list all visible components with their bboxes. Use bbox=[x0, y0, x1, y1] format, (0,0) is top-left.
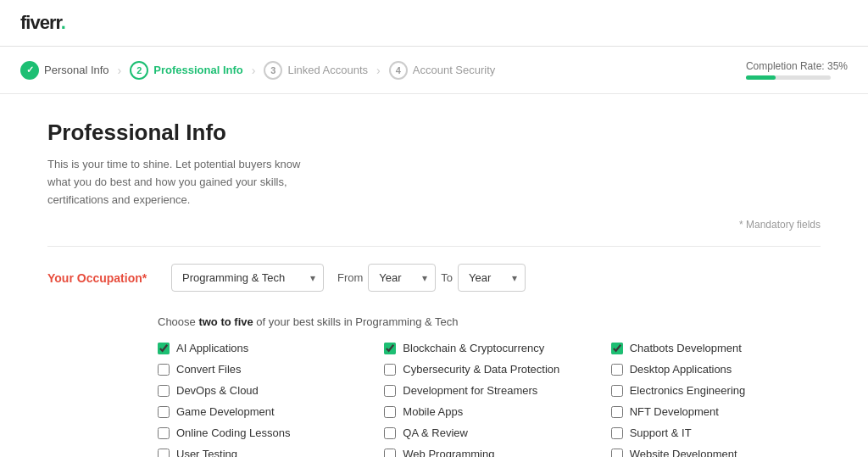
skill-checkbox-website-development[interactable] bbox=[611, 449, 623, 457]
skill-label-ai-applications[interactable]: AI Applications bbox=[176, 342, 248, 354]
to-year-wrap: Year 2024202320222021 2020201920182017 bbox=[458, 264, 526, 292]
skill-checkbox-development-for-streamers[interactable] bbox=[384, 385, 396, 397]
skills-grid: AI ApplicationsBlockchain & Cryptocurren… bbox=[158, 342, 821, 457]
skill-item-desktop-applications: Desktop Applications bbox=[611, 363, 821, 376]
skill-checkbox-game-development[interactable] bbox=[158, 406, 170, 418]
skill-item-blockchain-cryptocurrency: Blockchain & Cryptocurrency bbox=[384, 342, 593, 354]
occupation-dropdown[interactable]: Programming & Tech Design Writing & Tran… bbox=[171, 264, 324, 292]
skill-checkbox-chatbots-development[interactable] bbox=[611, 343, 623, 354]
skill-item-devops-cloud: DevOps & Cloud bbox=[158, 384, 367, 397]
skill-label-game-development[interactable]: Game Development bbox=[176, 405, 275, 418]
skill-item-game-development: Game Development bbox=[158, 405, 367, 418]
skill-item-web-programming: Web Programming bbox=[384, 448, 593, 457]
skill-checkbox-nft-development[interactable] bbox=[611, 406, 623, 418]
skill-item-cybersecurity-data-protection: Cybersecurity & Data Protection bbox=[384, 363, 593, 376]
skill-label-support-it[interactable]: Support & IT bbox=[630, 426, 692, 439]
skill-label-desktop-applications[interactable]: Desktop Applications bbox=[630, 363, 732, 376]
skill-item-development-for-streamers: Development for Streamers bbox=[384, 384, 593, 397]
completion-area: Completion Rate: 35% bbox=[746, 60, 848, 80]
logo-text: fiverr. bbox=[20, 12, 65, 33]
skill-label-blockchain-cryptocurrency[interactable]: Blockchain & Cryptocurrency bbox=[403, 342, 544, 354]
skill-label-web-programming[interactable]: Web Programming bbox=[403, 448, 494, 457]
step-linked-accounts[interactable]: 3 Linked Accounts bbox=[264, 61, 368, 80]
step-1-label: Personal Info bbox=[44, 64, 109, 76]
step-arrow-2: › bbox=[252, 64, 256, 77]
progress-area: ✓ Personal Info › 2 Professional Info › … bbox=[0, 47, 868, 94]
skill-checkbox-cybersecurity-data-protection[interactable] bbox=[384, 364, 396, 376]
skill-label-electronics-engineering[interactable]: Electronics Engineering bbox=[630, 384, 746, 397]
to-label: To bbox=[441, 271, 453, 284]
occupation-row: Your Occupation* Programming & Tech Desi… bbox=[47, 264, 821, 292]
skill-checkbox-devops-cloud[interactable] bbox=[158, 385, 170, 397]
skill-item-website-development: Website Development bbox=[611, 448, 821, 457]
divider bbox=[47, 246, 821, 247]
from-label: From bbox=[337, 271, 363, 284]
skill-checkbox-mobile-apps[interactable] bbox=[384, 406, 396, 418]
skill-checkbox-support-it[interactable] bbox=[611, 427, 623, 439]
skills-section: Choose two to five of your best skills i… bbox=[158, 315, 821, 457]
page-description: This is your time to shine. Let potentia… bbox=[47, 156, 319, 209]
skill-checkbox-electronics-engineering[interactable] bbox=[611, 385, 623, 397]
occupation-label: Your Occupation* bbox=[47, 271, 158, 285]
completion-label: Completion Rate: 35% bbox=[746, 60, 848, 72]
skill-label-website-development[interactable]: Website Development bbox=[630, 448, 737, 457]
skills-intro: Choose two to five of your best skills i… bbox=[158, 315, 821, 328]
skill-label-nft-development[interactable]: NFT Development bbox=[630, 405, 719, 418]
skill-label-online-coding-lessons[interactable]: Online Coding Lessons bbox=[176, 426, 290, 439]
step-3-label: Linked Accounts bbox=[287, 64, 368, 76]
skill-item-convert-files: Convert Files bbox=[158, 363, 367, 376]
skill-label-user-testing[interactable]: User Testing bbox=[176, 448, 237, 457]
step-4-circle: 4 bbox=[389, 61, 408, 80]
skill-item-support-it: Support & IT bbox=[611, 426, 821, 439]
completion-bar-bg bbox=[746, 75, 831, 80]
skill-item-online-coding-lessons: Online Coding Lessons bbox=[158, 426, 367, 439]
skill-item-nft-development: NFT Development bbox=[611, 405, 821, 418]
from-year-dropdown[interactable]: Year 2024202320222021 2020201920182017 bbox=[368, 264, 436, 292]
completion-bar-fill bbox=[746, 75, 776, 80]
skill-checkbox-ai-applications[interactable] bbox=[158, 343, 170, 354]
step-1-circle: ✓ bbox=[20, 61, 39, 80]
skill-item-qa-review: QA & Review bbox=[384, 426, 593, 439]
skills-range: two to five bbox=[198, 315, 253, 328]
steps-nav: ✓ Personal Info › 2 Professional Info › … bbox=[20, 61, 495, 80]
occupation-dropdown-wrap: Programming & Tech Design Writing & Tran… bbox=[171, 264, 324, 292]
to-year-dropdown[interactable]: Year 2024202320222021 2020201920182017 bbox=[458, 264, 526, 292]
skill-checkbox-blockchain-cryptocurrency[interactable] bbox=[384, 343, 396, 354]
step-personal-info[interactable]: ✓ Personal Info bbox=[20, 61, 109, 80]
skill-checkbox-qa-review[interactable] bbox=[384, 427, 396, 439]
header: fiverr. bbox=[0, 0, 868, 47]
skill-item-chatbots-development: Chatbots Development bbox=[611, 342, 821, 354]
page-title: Professional Info bbox=[47, 120, 821, 146]
step-professional-info[interactable]: 2 Professional Info bbox=[130, 61, 242, 80]
year-group: From Year 2024202320222021 2020201920182… bbox=[337, 264, 526, 292]
skill-label-devops-cloud[interactable]: DevOps & Cloud bbox=[176, 384, 259, 397]
skill-item-ai-applications: AI Applications bbox=[158, 342, 367, 354]
required-star: * bbox=[142, 271, 147, 285]
skill-item-user-testing: User Testing bbox=[158, 448, 367, 457]
skill-label-development-for-streamers[interactable]: Development for Streamers bbox=[403, 384, 537, 397]
skill-checkbox-desktop-applications[interactable] bbox=[611, 364, 623, 376]
step-account-security[interactable]: 4 Account Security bbox=[389, 61, 496, 80]
step-2-circle: 2 bbox=[130, 61, 148, 80]
logo: fiverr. bbox=[20, 12, 65, 34]
step-3-circle: 3 bbox=[264, 61, 282, 80]
skill-label-cybersecurity-data-protection[interactable]: Cybersecurity & Data Protection bbox=[403, 363, 559, 376]
step-2-label: Professional Info bbox=[153, 64, 242, 76]
skill-label-chatbots-development[interactable]: Chatbots Development bbox=[630, 342, 742, 354]
skill-item-electronics-engineering: Electronics Engineering bbox=[611, 384, 821, 397]
main-content: Professional Info This is your time to s… bbox=[27, 94, 841, 457]
from-year-wrap: Year 2024202320222021 2020201920182017 bbox=[368, 264, 436, 292]
skill-checkbox-user-testing[interactable] bbox=[158, 449, 170, 457]
skill-item-mobile-apps: Mobile Apps bbox=[384, 405, 593, 418]
skill-checkbox-web-programming[interactable] bbox=[384, 449, 396, 457]
step-4-label: Account Security bbox=[413, 64, 496, 76]
skill-checkbox-convert-files[interactable] bbox=[158, 364, 170, 376]
skill-label-mobile-apps[interactable]: Mobile Apps bbox=[403, 405, 463, 418]
skill-label-qa-review[interactable]: QA & Review bbox=[403, 426, 468, 439]
mandatory-note: * Mandatory fields bbox=[47, 219, 821, 231]
step-arrow-1: › bbox=[118, 64, 122, 77]
skill-label-convert-files[interactable]: Convert Files bbox=[176, 363, 242, 376]
step-arrow-3: › bbox=[376, 64, 381, 77]
skill-checkbox-online-coding-lessons[interactable] bbox=[158, 427, 170, 439]
